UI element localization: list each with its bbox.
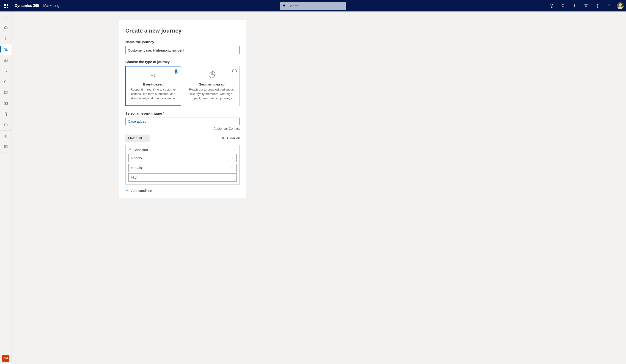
sidebar-item-mobile[interactable]	[0, 109, 11, 120]
settings-gear-icon[interactable]	[592, 0, 603, 11]
clear-all-button[interactable]: Clear all	[221, 136, 240, 140]
sidebar-item-email[interactable]	[0, 98, 11, 109]
svg-point-38	[235, 149, 235, 150]
svg-point-37	[233, 149, 234, 150]
sidebar-item-channels[interactable]	[0, 76, 11, 87]
journey-name-input[interactable]	[125, 46, 240, 54]
svg-point-2	[550, 4, 553, 7]
presence-indicator	[622, 5, 624, 7]
filter-icon[interactable]	[580, 0, 592, 11]
close-icon	[221, 136, 225, 140]
chevron-down-icon	[144, 137, 147, 139]
help-icon[interactable]	[603, 0, 615, 11]
add-condition-button[interactable]: Add condition	[125, 189, 152, 193]
sidebar-item-library[interactable]	[0, 131, 11, 141]
hamburger-menu-button[interactable]	[0, 11, 11, 22]
search-input[interactable]: Search	[280, 2, 346, 10]
condition-value-text: High	[131, 175, 138, 179]
task-check-icon[interactable]	[546, 0, 557, 11]
type-card-title: Event-based	[130, 82, 176, 86]
add-condition-label: Add condition	[131, 189, 152, 193]
lightbulb-icon[interactable]	[557, 0, 569, 11]
event-based-icon	[130, 70, 176, 80]
main-canvas: Create a new journey Name the journey Ch…	[11, 11, 626, 364]
svg-line-1	[285, 6, 285, 7]
sidebar-item-chat[interactable]	[0, 120, 11, 130]
panel-title: Create a new journey	[125, 28, 240, 34]
name-field-label: Name the journey	[125, 40, 240, 44]
condition-field-select[interactable]: Priority	[128, 154, 237, 162]
side-nav-rail: RM	[0, 11, 11, 364]
type-field-label: Choose the type of journey	[125, 60, 240, 64]
add-icon[interactable]	[569, 0, 580, 11]
condition-value-input[interactable]: High	[128, 173, 237, 182]
svg-point-0	[283, 4, 285, 7]
chevron-down-icon	[231, 157, 234, 160]
match-mode-label: Match all	[128, 136, 142, 140]
svg-rect-23	[4, 102, 7, 105]
condition-block: Condition Priority Equals High	[125, 145, 240, 185]
svg-point-12	[4, 48, 5, 49]
svg-marker-11	[5, 37, 7, 40]
condition-operator-select[interactable]: Equals	[128, 164, 237, 172]
app-launcher-button[interactable]	[0, 0, 11, 11]
svg-point-6	[597, 5, 598, 6]
trigger-field-label: Select an event trigger*	[125, 111, 240, 115]
sidebar-item-triggers[interactable]	[0, 66, 11, 76]
trigger-value: Case added	[128, 120, 146, 123]
sidebar-item-forms[interactable]	[0, 141, 11, 152]
brand-label: Dynamics 365	[15, 4, 39, 8]
type-card-title: Segment-based	[189, 82, 235, 86]
chevron-down-icon	[231, 166, 234, 169]
svg-point-13	[6, 50, 7, 51]
sidebar-item-assets[interactable]	[0, 87, 11, 98]
match-mode-dropdown[interactable]: Match all	[125, 135, 150, 142]
condition-field-value: Priority	[131, 156, 142, 160]
svg-point-39	[235, 149, 236, 150]
svg-rect-31	[6, 146, 7, 148]
event-trigger-select[interactable]: Case added	[125, 118, 240, 125]
sidebar-item-analytics[interactable]	[0, 55, 11, 66]
condition-more-button[interactable]	[233, 148, 237, 152]
more-horizontal-icon	[233, 149, 236, 150]
svg-line-29	[7, 135, 7, 138]
type-card-desc: Reach out to targeted audiences, like lo…	[189, 87, 235, 101]
condition-operator-value: Equals	[131, 166, 142, 170]
clear-all-label: Clear all	[227, 136, 240, 140]
type-card-desc: Respond in real time to customer actions…	[130, 87, 176, 101]
journey-type-segment-based[interactable]: Segment-based Reach out to targeted audi…	[184, 66, 240, 106]
search-placeholder: Search	[288, 4, 300, 8]
condition-label: Condition	[133, 148, 148, 152]
module-label: Marketing	[43, 4, 59, 8]
user-avatar-button[interactable]	[615, 2, 626, 9]
audience-hint: Audience: Contact	[125, 127, 240, 130]
top-bar: Dynamics 365 Marketing Search	[0, 0, 626, 11]
area-switcher-button[interactable]: RM	[2, 355, 9, 362]
sidebar-item-get-started[interactable]	[0, 33, 11, 44]
create-journey-panel: Create a new journey Name the journey Ch…	[119, 20, 246, 198]
svg-rect-21	[4, 91, 7, 94]
filter-funnel-icon	[128, 148, 131, 151]
svg-rect-30	[4, 146, 5, 148]
plus-icon	[125, 189, 129, 192]
search-icon	[282, 4, 286, 7]
radio-unselected-icon	[232, 69, 237, 73]
radio-selected-icon	[174, 69, 178, 74]
segment-based-icon	[189, 70, 235, 80]
journey-type-event-based[interactable]: Event-based Respond in real time to cust…	[125, 66, 181, 106]
sidebar-item-home[interactable]	[0, 22, 11, 33]
sidebar-item-journeys[interactable]	[0, 44, 11, 55]
svg-point-7	[609, 7, 609, 7]
